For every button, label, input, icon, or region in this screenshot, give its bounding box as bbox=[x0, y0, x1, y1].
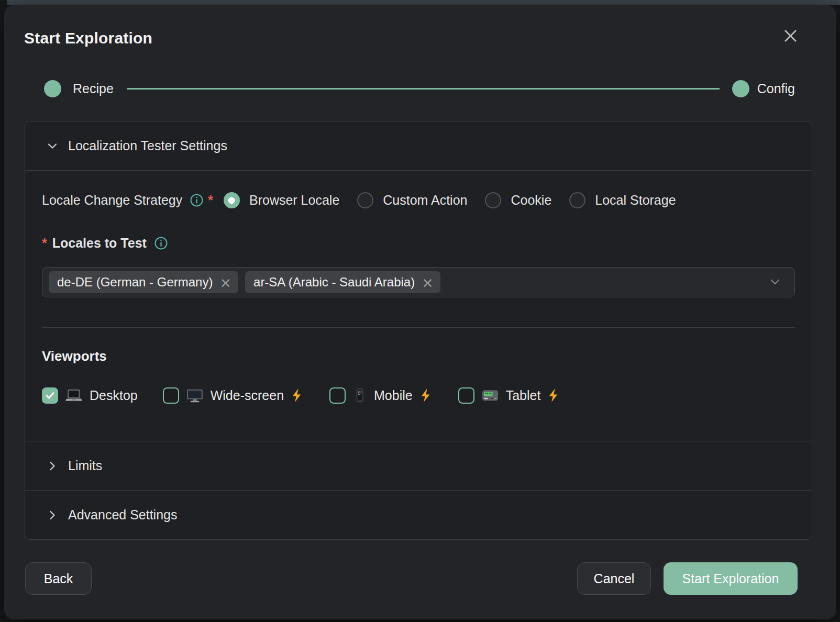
required-marker: * bbox=[42, 236, 47, 251]
dialog-footer: Back Cancel Start Exploration bbox=[25, 562, 798, 595]
step-recipe-label: Recipe bbox=[73, 81, 114, 96]
bolt-icon bbox=[419, 388, 433, 403]
laptop-icon bbox=[65, 387, 83, 403]
radio-custom-action[interactable]: Custom Action bbox=[357, 192, 467, 208]
checkbox[interactable] bbox=[458, 387, 474, 404]
radio-circle[interactable] bbox=[357, 192, 373, 208]
radio-circle[interactable] bbox=[485, 192, 501, 208]
viewport-mobile-option[interactable]: Mobile bbox=[329, 387, 433, 404]
stepper: Recipe Config bbox=[4, 80, 836, 97]
start-exploration-dialog: Start Exploration Recipe Config Localiza… bbox=[4, 5, 836, 619]
pager-icon bbox=[481, 387, 499, 403]
checkbox[interactable] bbox=[329, 387, 346, 404]
dropdown-chevron-icon bbox=[767, 274, 783, 290]
locale-tag-ar-SA: ar-SA (Arabic - Saudi Arabia) × bbox=[245, 271, 440, 293]
stepper-connector-line bbox=[127, 88, 720, 90]
locale-strategy-radio-group: Browser Locale Custom Action Cookie bbox=[224, 192, 676, 208]
step-recipe-dot bbox=[44, 80, 61, 97]
monitor-icon bbox=[186, 387, 204, 403]
bolt-icon bbox=[547, 388, 561, 403]
radio-circle[interactable] bbox=[224, 192, 240, 208]
radio-cookie[interactable]: Cookie bbox=[485, 192, 551, 208]
step-config-dot bbox=[732, 80, 749, 97]
section-divider bbox=[25, 170, 812, 171]
viewport-tablet-option[interactable]: Tablet bbox=[458, 387, 561, 404]
cancel-button[interactable]: Cancel bbox=[577, 562, 651, 595]
locale-change-strategy-label: Locale Change Strategy bbox=[42, 193, 182, 208]
radio-circle[interactable] bbox=[569, 192, 585, 208]
locale-tag-label: de-DE (German - Germany) bbox=[57, 275, 213, 290]
remove-tag-icon[interactable]: × bbox=[219, 275, 231, 290]
radio-browser-locale[interactable]: Browser Locale bbox=[224, 192, 339, 208]
close-button[interactable] bbox=[781, 26, 800, 45]
section-header-localization[interactable]: Localization Tester Settings bbox=[25, 121, 812, 170]
locale-tag-label: ar-SA (Arabic - Saudi Arabia) bbox=[253, 275, 415, 290]
start-exploration-button[interactable]: Start Exploration bbox=[664, 562, 798, 595]
locales-to-test-label: Locales to Test bbox=[52, 236, 147, 251]
radio-label: Browser Locale bbox=[249, 193, 339, 208]
check-icon bbox=[44, 390, 56, 402]
locale-change-strategy-row: Locale Change Strategy * Browser Locale bbox=[42, 192, 795, 208]
radio-label: Local Storage bbox=[595, 193, 676, 208]
viewport-label: Tablet bbox=[506, 388, 541, 403]
remove-tag-icon[interactable]: × bbox=[422, 275, 434, 290]
section-title-localization: Localization Tester Settings bbox=[68, 138, 227, 153]
checkbox[interactable] bbox=[42, 387, 58, 404]
radio-label: Cookie bbox=[511, 193, 551, 208]
footer-right-group: Cancel Start Exploration bbox=[577, 562, 798, 595]
info-icon[interactable] bbox=[154, 236, 168, 250]
bolt-icon bbox=[291, 388, 304, 403]
section-header-advanced-settings[interactable]: Advanced Settings bbox=[25, 491, 812, 539]
dialog-title: Start Exploration bbox=[24, 29, 836, 47]
locale-tag-de-DE: de-DE (German - Germany) × bbox=[49, 271, 238, 293]
step-config-label: Config bbox=[757, 81, 795, 96]
locales-multiselect[interactable]: de-DE (German - Germany) × ar-SA (Arabic… bbox=[42, 267, 795, 297]
radio-label: Custom Action bbox=[383, 193, 467, 208]
viewports-row: Desktop bbox=[42, 387, 795, 441]
required-marker: * bbox=[208, 193, 213, 208]
back-button[interactable]: Back bbox=[25, 562, 92, 595]
viewport-label: Wide-screen bbox=[211, 388, 284, 403]
viewports-heading: Viewports bbox=[42, 348, 795, 364]
viewport-desktop-option[interactable]: Desktop bbox=[42, 387, 138, 404]
locales-to-test-label-row: * Locales to Test bbox=[42, 236, 795, 251]
localization-settings-content: Locale Change Strategy * Browser Locale bbox=[25, 192, 812, 441]
config-panel: Localization Tester Settings Locale Chan… bbox=[25, 121, 812, 540]
section-title-advanced-settings: Advanced Settings bbox=[68, 507, 177, 523]
close-icon bbox=[782, 28, 799, 44]
phone-icon bbox=[352, 387, 367, 404]
chevron-right-icon bbox=[46, 460, 59, 472]
radio-local-storage[interactable]: Local Storage bbox=[569, 192, 676, 208]
viewport-wide-screen-option[interactable]: Wide-screen bbox=[163, 387, 304, 404]
background-page-sliver bbox=[7, 0, 840, 5]
viewport-label: Desktop bbox=[90, 388, 138, 403]
checkbox[interactable] bbox=[163, 387, 179, 404]
viewport-label: Mobile bbox=[374, 388, 413, 403]
screen: Start Exploration Recipe Config Localiza… bbox=[0, 0, 840, 622]
chevron-down-icon bbox=[46, 140, 59, 152]
chevron-right-icon bbox=[46, 509, 59, 521]
content-divider bbox=[42, 327, 795, 328]
section-header-limits[interactable]: Limits bbox=[25, 441, 812, 490]
info-icon[interactable] bbox=[190, 193, 204, 207]
section-title-limits: Limits bbox=[68, 458, 102, 473]
